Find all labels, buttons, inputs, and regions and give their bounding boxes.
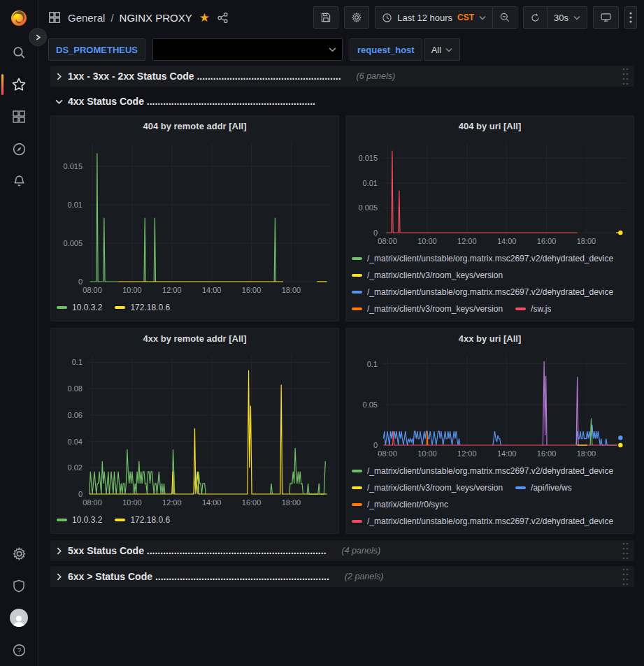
chevron-down-icon — [56, 98, 62, 106]
dashboard-settings-button[interactable] — [344, 6, 369, 29]
chart-404-by-uri[interactable]: 00.0050.010.01508:0010:0012:0014:0016:00… — [352, 137, 629, 249]
legend-item[interactable]: /_matrix/client/v3/room_keys/version — [352, 303, 503, 314]
panel-4xx-by-uri: 4xx by uri [All] 00.050.108:0010:0012:00… — [345, 328, 634, 534]
legend-item[interactable]: 10.0.3.2 — [57, 514, 102, 526]
row-title: 1xx - 3xx - 2xx Status Code ............… — [68, 71, 341, 82]
page-title[interactable]: NGINX PROXY — [120, 12, 192, 24]
zoom-out-button[interactable] — [493, 6, 517, 29]
sidebar-item-profile[interactable] — [0, 602, 38, 634]
row-panel-count: (6 panels) — [357, 71, 396, 81]
legend-series-label: 10.0.3.2 — [72, 515, 102, 525]
svg-text:10:00: 10:00 — [122, 286, 142, 294]
request-host-value: All — [431, 45, 441, 55]
chevron-down-icon — [329, 47, 336, 52]
row-1xx-3xx-2xx[interactable]: 1xx - 3xx - 2xx Status Code ............… — [50, 66, 634, 87]
legend-item[interactable]: /_matrix/client/unstable/org.matrix.msc2… — [352, 516, 613, 527]
sidebar-item-explore[interactable] — [0, 133, 38, 165]
row-4xx[interactable]: 4xx Status Code ........................… — [50, 92, 634, 111]
svg-text:0.05: 0.05 — [363, 400, 378, 409]
chart-404-by-remote-addr[interactable]: 00.0050.010.01508:0010:0012:0014:0016:00… — [57, 137, 334, 298]
help-icon: ? — [12, 643, 27, 658]
legend-item[interactable]: /_matrix/client/unstable/org.matrix.msc2… — [352, 465, 613, 477]
panel-404-by-uri: 404 by uri [All] 00.0050.010.01508:0010:… — [345, 115, 634, 321]
time-range-label: Last 12 hours — [397, 13, 452, 23]
svg-text:0.1: 0.1 — [367, 360, 378, 368]
tv-mode-button[interactable] — [593, 6, 619, 29]
favorite-star-icon[interactable]: ★ — [199, 10, 210, 25]
svg-text:0.02: 0.02 — [68, 463, 83, 472]
refresh-button[interactable] — [523, 6, 548, 29]
panels-grid: 404 by remote addr [All] 00.0050.010.015… — [50, 115, 634, 534]
bell-icon — [12, 174, 27, 189]
row-5xx[interactable]: 5xx Status Code ........................… — [50, 540, 634, 561]
legend-item[interactable]: /_matrix/client/unstable/org.matrix.msc2… — [352, 287, 613, 298]
sidebar-item-configuration[interactable] — [0, 537, 38, 570]
time-range-picker[interactable]: Last 12 hours CST — [375, 6, 493, 29]
legend-series-label: /_matrix/client/v3/room_keys/version — [367, 304, 503, 314]
legend-item[interactable]: /_matrix/client/v3/room_keys/version — [352, 482, 503, 493]
refresh-interval-picker[interactable]: 30s — [548, 6, 587, 29]
legend-item[interactable]: 10.0.3.2 — [57, 302, 102, 313]
legend-item[interactable]: 172.18.0.6 — [115, 302, 170, 313]
share-button[interactable] — [217, 12, 229, 24]
grafana-logo-icon — [9, 8, 29, 28]
legend-series-label: /_matrix/client/unstable/org.matrix.msc2… — [367, 287, 613, 297]
breadcrumb-folder[interactable]: General — [68, 12, 105, 24]
refresh-group: 30s — [523, 6, 587, 29]
sidebar-item-server-admin[interactable] — [0, 570, 38, 602]
legend-series-mark — [352, 470, 362, 472]
sidebar-expand-button[interactable] — [29, 28, 47, 46]
panel-title[interactable]: 4xx by uri [All] — [352, 328, 628, 349]
time-range-group: Last 12 hours CST — [375, 6, 517, 29]
svg-text:0: 0 — [373, 229, 378, 237]
more-options-button[interactable] — [624, 6, 637, 29]
legend-series-mark — [57, 306, 67, 309]
svg-text:14:00: 14:00 — [497, 237, 517, 245]
chart-4xx-by-uri[interactable]: 00.050.108:0010:0012:0014:0016:0018:00 — [352, 349, 629, 461]
row-drag-handle-icon[interactable] — [622, 542, 629, 560]
chart-legend: 10.0.3.2172.18.0.6 — [57, 302, 333, 313]
sidebar-item-starred[interactable] — [0, 68, 38, 101]
request-host-label[interactable]: request_host — [350, 38, 422, 61]
legend-item[interactable]: /sw.js — [515, 303, 551, 314]
row-6xx[interactable]: 6xx > Status Code ......................… — [50, 566, 634, 587]
save-dashboard-button[interactable] — [313, 6, 338, 29]
sidebar-item-alerting[interactable] — [0, 165, 38, 197]
dashboard-apps-icon[interactable] — [48, 11, 61, 24]
legend-series-label: /api/live/ws — [531, 483, 572, 493]
svg-text:0.005: 0.005 — [358, 203, 378, 212]
panel-title[interactable]: 404 by remote addr [All] — [57, 116, 333, 137]
chevron-right-icon — [56, 73, 62, 80]
legend-item[interactable]: /_matrix/client/v3/room_keys/version — [352, 270, 503, 281]
chevron-down-icon — [573, 15, 580, 20]
main-area: General / NGINX PROXY ★ Last 12 hours — [38, 0, 644, 666]
datasource-variable-select[interactable] — [152, 38, 343, 61]
gear-icon — [12, 546, 27, 561]
svg-text:10:00: 10:00 — [417, 237, 437, 245]
legend-item[interactable]: 172.18.0.6 — [115, 514, 170, 526]
legend-item[interactable]: /_matrix/client/r0/sync — [352, 499, 448, 510]
panel-title[interactable]: 4xx by remote addr [All] — [57, 328, 333, 349]
legend-series-mark — [352, 291, 362, 294]
sidebar-item-help[interactable]: ? — [0, 634, 38, 666]
legend-series-label: 172.18.0.6 — [130, 303, 170, 312]
datasource-variable-label[interactable]: DS_PROMETHEUS — [48, 38, 145, 61]
sidebar-item-dashboards[interactable] — [0, 101, 38, 133]
row-drag-handle-icon[interactable] — [622, 67, 629, 85]
top-nav: General / NGINX PROXY ★ Last 12 hours — [38, 0, 644, 35]
zoom-out-icon — [499, 12, 510, 23]
chart-4xx-by-remote-addr[interactable]: 00.020.040.060.080.108:0010:0012:0014:00… — [57, 349, 334, 510]
dashboard-body: 1xx - 3xx - 2xx Status Code ............… — [38, 64, 644, 666]
svg-text:08:00: 08:00 — [378, 237, 397, 245]
row-drag-handle-icon[interactable] — [622, 567, 629, 586]
chart-legend: 10.0.3.2172.18.0.6 — [57, 514, 333, 526]
legend-series-mark — [352, 503, 362, 506]
request-host-select[interactable]: All — [424, 38, 460, 61]
legend-series-label: /_matrix/client/v3/room_keys/version — [367, 483, 503, 493]
svg-text:0: 0 — [373, 441, 378, 449]
legend-item[interactable]: /api/live/ws — [515, 482, 572, 493]
panel-title[interactable]: 404 by uri [All] — [352, 116, 628, 137]
clock-icon — [382, 13, 392, 23]
legend-series-label: 172.18.0.6 — [130, 515, 170, 525]
legend-item[interactable]: /_matrix/client/unstable/org.matrix.msc2… — [352, 253, 613, 264]
